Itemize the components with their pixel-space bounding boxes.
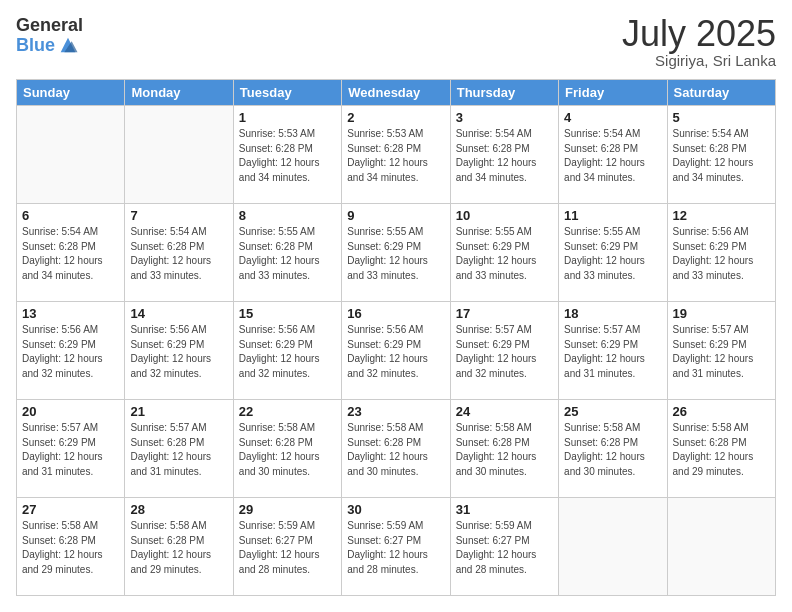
col-sunday: Sunday <box>17 80 125 106</box>
day-info: Sunrise: 5:56 AMSunset: 6:29 PMDaylight:… <box>347 323 444 381</box>
day-info: Sunrise: 5:57 AMSunset: 6:29 PMDaylight:… <box>673 323 770 381</box>
day-number: 1 <box>239 110 336 125</box>
table-row: 2Sunrise: 5:53 AMSunset: 6:28 PMDaylight… <box>342 106 450 204</box>
day-number: 8 <box>239 208 336 223</box>
day-info: Sunrise: 5:54 AMSunset: 6:28 PMDaylight:… <box>456 127 553 185</box>
table-row: 18Sunrise: 5:57 AMSunset: 6:29 PMDayligh… <box>559 302 667 400</box>
col-thursday: Thursday <box>450 80 558 106</box>
day-info: Sunrise: 5:58 AMSunset: 6:28 PMDaylight:… <box>239 421 336 479</box>
day-info: Sunrise: 5:56 AMSunset: 6:29 PMDaylight:… <box>130 323 227 381</box>
day-number: 31 <box>456 502 553 517</box>
logo-icon <box>57 34 79 56</box>
day-info: Sunrise: 5:56 AMSunset: 6:29 PMDaylight:… <box>239 323 336 381</box>
day-info: Sunrise: 5:55 AMSunset: 6:29 PMDaylight:… <box>456 225 553 283</box>
day-info: Sunrise: 5:57 AMSunset: 6:29 PMDaylight:… <box>564 323 661 381</box>
day-info: Sunrise: 5:58 AMSunset: 6:28 PMDaylight:… <box>130 519 227 577</box>
table-row: 7Sunrise: 5:54 AMSunset: 6:28 PMDaylight… <box>125 204 233 302</box>
day-info: Sunrise: 5:58 AMSunset: 6:28 PMDaylight:… <box>22 519 119 577</box>
day-number: 23 <box>347 404 444 419</box>
day-number: 28 <box>130 502 227 517</box>
day-number: 14 <box>130 306 227 321</box>
day-info: Sunrise: 5:55 AMSunset: 6:29 PMDaylight:… <box>347 225 444 283</box>
day-number: 27 <box>22 502 119 517</box>
table-row: 25Sunrise: 5:58 AMSunset: 6:28 PMDayligh… <box>559 400 667 498</box>
day-info: Sunrise: 5:54 AMSunset: 6:28 PMDaylight:… <box>22 225 119 283</box>
table-row <box>559 498 667 596</box>
day-info: Sunrise: 5:54 AMSunset: 6:28 PMDaylight:… <box>564 127 661 185</box>
day-info: Sunrise: 5:57 AMSunset: 6:29 PMDaylight:… <box>22 421 119 479</box>
day-number: 26 <box>673 404 770 419</box>
calendar-table: Sunday Monday Tuesday Wednesday Thursday… <box>16 79 776 596</box>
day-info: Sunrise: 5:55 AMSunset: 6:28 PMDaylight:… <box>239 225 336 283</box>
table-row: 20Sunrise: 5:57 AMSunset: 6:29 PMDayligh… <box>17 400 125 498</box>
day-number: 30 <box>347 502 444 517</box>
table-row: 24Sunrise: 5:58 AMSunset: 6:28 PMDayligh… <box>450 400 558 498</box>
title-block: July 2025 Sigiriya, Sri Lanka <box>622 16 776 69</box>
table-row <box>667 498 775 596</box>
table-row: 31Sunrise: 5:59 AMSunset: 6:27 PMDayligh… <box>450 498 558 596</box>
day-number: 25 <box>564 404 661 419</box>
calendar-week-row: 6Sunrise: 5:54 AMSunset: 6:28 PMDaylight… <box>17 204 776 302</box>
table-row <box>17 106 125 204</box>
table-row: 6Sunrise: 5:54 AMSunset: 6:28 PMDaylight… <box>17 204 125 302</box>
day-info: Sunrise: 5:58 AMSunset: 6:28 PMDaylight:… <box>456 421 553 479</box>
day-info: Sunrise: 5:53 AMSunset: 6:28 PMDaylight:… <box>239 127 336 185</box>
table-row: 19Sunrise: 5:57 AMSunset: 6:29 PMDayligh… <box>667 302 775 400</box>
day-number: 20 <box>22 404 119 419</box>
table-row <box>125 106 233 204</box>
table-row: 10Sunrise: 5:55 AMSunset: 6:29 PMDayligh… <box>450 204 558 302</box>
col-monday: Monday <box>125 80 233 106</box>
day-info: Sunrise: 5:53 AMSunset: 6:28 PMDaylight:… <box>347 127 444 185</box>
calendar-week-row: 1Sunrise: 5:53 AMSunset: 6:28 PMDaylight… <box>17 106 776 204</box>
day-info: Sunrise: 5:57 AMSunset: 6:28 PMDaylight:… <box>130 421 227 479</box>
logo-general: General <box>16 16 83 34</box>
table-row: 11Sunrise: 5:55 AMSunset: 6:29 PMDayligh… <box>559 204 667 302</box>
table-row: 28Sunrise: 5:58 AMSunset: 6:28 PMDayligh… <box>125 498 233 596</box>
day-number: 11 <box>564 208 661 223</box>
logo: General Blue <box>16 16 83 56</box>
day-info: Sunrise: 5:54 AMSunset: 6:28 PMDaylight:… <box>130 225 227 283</box>
calendar-week-row: 20Sunrise: 5:57 AMSunset: 6:29 PMDayligh… <box>17 400 776 498</box>
day-info: Sunrise: 5:58 AMSunset: 6:28 PMDaylight:… <box>673 421 770 479</box>
calendar-week-row: 13Sunrise: 5:56 AMSunset: 6:29 PMDayligh… <box>17 302 776 400</box>
title-month: July 2025 <box>622 16 776 52</box>
table-row: 3Sunrise: 5:54 AMSunset: 6:28 PMDaylight… <box>450 106 558 204</box>
page: General Blue July 2025 Sigiriya, Sri Lan… <box>0 0 792 612</box>
logo-blue: Blue <box>16 36 55 54</box>
table-row: 9Sunrise: 5:55 AMSunset: 6:29 PMDaylight… <box>342 204 450 302</box>
table-row: 14Sunrise: 5:56 AMSunset: 6:29 PMDayligh… <box>125 302 233 400</box>
col-tuesday: Tuesday <box>233 80 341 106</box>
day-number: 13 <box>22 306 119 321</box>
table-row: 23Sunrise: 5:58 AMSunset: 6:28 PMDayligh… <box>342 400 450 498</box>
header: General Blue July 2025 Sigiriya, Sri Lan… <box>16 16 776 69</box>
day-number: 7 <box>130 208 227 223</box>
day-info: Sunrise: 5:54 AMSunset: 6:28 PMDaylight:… <box>673 127 770 185</box>
day-number: 21 <box>130 404 227 419</box>
table-row: 12Sunrise: 5:56 AMSunset: 6:29 PMDayligh… <box>667 204 775 302</box>
title-location: Sigiriya, Sri Lanka <box>622 52 776 69</box>
day-number: 18 <box>564 306 661 321</box>
day-info: Sunrise: 5:56 AMSunset: 6:29 PMDaylight:… <box>22 323 119 381</box>
table-row: 21Sunrise: 5:57 AMSunset: 6:28 PMDayligh… <box>125 400 233 498</box>
day-info: Sunrise: 5:59 AMSunset: 6:27 PMDaylight:… <box>456 519 553 577</box>
day-info: Sunrise: 5:58 AMSunset: 6:28 PMDaylight:… <box>347 421 444 479</box>
day-number: 6 <box>22 208 119 223</box>
table-row: 17Sunrise: 5:57 AMSunset: 6:29 PMDayligh… <box>450 302 558 400</box>
col-saturday: Saturday <box>667 80 775 106</box>
day-number: 12 <box>673 208 770 223</box>
day-info: Sunrise: 5:55 AMSunset: 6:29 PMDaylight:… <box>564 225 661 283</box>
table-row: 15Sunrise: 5:56 AMSunset: 6:29 PMDayligh… <box>233 302 341 400</box>
day-number: 2 <box>347 110 444 125</box>
day-info: Sunrise: 5:58 AMSunset: 6:28 PMDaylight:… <box>564 421 661 479</box>
table-row: 4Sunrise: 5:54 AMSunset: 6:28 PMDaylight… <box>559 106 667 204</box>
day-number: 15 <box>239 306 336 321</box>
day-info: Sunrise: 5:56 AMSunset: 6:29 PMDaylight:… <box>673 225 770 283</box>
day-number: 17 <box>456 306 553 321</box>
table-row: 1Sunrise: 5:53 AMSunset: 6:28 PMDaylight… <box>233 106 341 204</box>
col-wednesday: Wednesday <box>342 80 450 106</box>
table-row: 8Sunrise: 5:55 AMSunset: 6:28 PMDaylight… <box>233 204 341 302</box>
day-number: 10 <box>456 208 553 223</box>
day-number: 29 <box>239 502 336 517</box>
day-number: 19 <box>673 306 770 321</box>
table-row: 27Sunrise: 5:58 AMSunset: 6:28 PMDayligh… <box>17 498 125 596</box>
